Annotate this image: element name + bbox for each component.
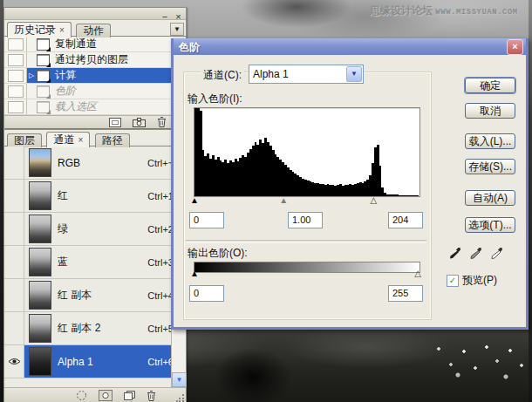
channel-name: 红 副本 [58,288,147,303]
channel-name: 蓝 [58,255,147,269]
tab-channels-label: 通道 [53,133,74,146]
preview-option: ✓ 预览(P) [447,273,497,288]
dialog-titlebar[interactable]: 色阶 × [174,38,526,55]
tab-history[interactable]: 历史记录× [7,22,72,37]
channel-thumbnail [29,181,51,210]
section-separator [186,240,426,243]
input-slider-track: ▲ ▲ △ [194,197,419,208]
tab-close-icon[interactable]: × [78,135,83,145]
channel-row[interactable]: 红 副本 Ctrl+4 [4,279,186,312]
background-flowers [432,338,532,384]
visibility-toggle[interactable] [4,146,24,179]
visibility-toggle[interactable] [4,345,24,378]
visibility-toggle[interactable] [4,180,24,212]
channel-label: 通道(C): [201,68,244,83]
visibility-toggle[interactable] [4,312,24,344]
ok-button[interactable]: 确定 [465,78,515,93]
black-point-eyedropper-icon[interactable] [449,247,461,262]
channel-name: RGB [58,157,147,169]
history-row[interactable]: 复制通道 [4,37,186,52]
channel-row[interactable]: 红 副本 2 Ctrl+5 [4,312,186,345]
dialog-title: 色阶 [179,40,200,55]
channel-row[interactable]: 蓝 Ctrl+3 [4,246,186,279]
channel-name: 红 副本 2 [58,321,147,336]
cancel-button[interactable]: 取消 [465,103,515,119]
tab-actions[interactable]: 动作 [76,24,111,37]
midtone-input-slider[interactable]: ▲ [279,195,288,206]
chevron-down-icon[interactable]: ▼ [346,66,362,82]
background-right-edge [529,0,532,402]
auto-button[interactable]: 自动(A) [465,190,515,206]
channel-dropdown[interactable]: Alpha 1 ▼ [249,65,364,84]
channel-thumbnail [29,215,51,243]
channel-list: RGB Ctrl+~ 红 Ctrl+1 绿 Ctrl+2 蓝 Ctrl+3 红 … [4,146,186,378]
visibility-toggle[interactable] [4,279,24,311]
shadow-input-slider[interactable]: ▲ [190,195,199,206]
channel-thumbnail [29,347,51,376]
channel-row[interactable]: RGB Ctrl+~ [4,146,186,180]
channel-thumbnail [29,281,51,310]
channel-row[interactable]: Alpha 1 Ctrl+6 [4,345,186,378]
tab-layers[interactable]: 图层 [7,133,42,147]
tab-close-icon[interactable]: × [59,25,65,35]
channel-row[interactable]: 红 Ctrl+1 [4,180,186,213]
shadow-output-slider[interactable]: ▲ [190,269,199,279]
channel-row[interactable]: 绿 Ctrl+2 [4,213,186,246]
channels-bottom-bar [4,387,186,402]
watermark-url: WWW.MISSYUAN.COM [435,8,517,17]
history-list: 复制通道 通过拷贝的图层 ▷ 计算 色阶 载入选区 [4,37,186,115]
input-highlight-field[interactable]: 204 [388,212,423,228]
history-state-label: 通过拷贝的图层 [55,52,128,67]
tab-history-label: 历史记录 [14,24,56,36]
scroll-down-icon[interactable]: ▼ [172,372,187,387]
visibility-toggle[interactable] [4,213,24,245]
output-levels-label: 输出色阶(O): [188,246,248,261]
white-point-eyedropper-icon[interactable] [491,247,503,262]
eye-icon [8,358,21,365]
history-source-checkbox[interactable] [4,68,27,83]
history-source-checkbox[interactable] [4,52,27,67]
options-button[interactable]: 选项(T)... [465,217,515,233]
delete-channel-trash-icon[interactable] [147,391,156,401]
channel-name: 红 [58,188,147,203]
tab-paths[interactable]: 路径 [95,133,130,147]
history-state-label: 色阶 [55,84,76,99]
history-source-checkbox[interactable] [4,37,27,51]
history-row[interactable]: 通过拷贝的图层 [4,52,186,68]
input-shadow-field[interactable]: 0 [189,212,224,228]
tab-layers-label: 图层 [14,134,35,146]
tab-channels[interactable]: 通道× [46,132,90,147]
history-row[interactable]: ▷ 计算 [4,68,186,84]
output-shadow-field[interactable]: 0 [189,285,224,302]
save-selection-as-channel-icon[interactable] [99,390,113,401]
gray-point-eyedropper-icon[interactable] [470,247,482,262]
highlight-input-slider[interactable]: △ [371,195,378,206]
dialog-close-icon[interactable]: × [507,39,523,55]
new-snapshot-camera-icon[interactable] [133,118,146,127]
preview-checkbox[interactable]: ✓ [447,275,459,287]
tab-paths-label: 路径 [102,134,123,146]
highlight-output-slider[interactable]: △ [414,269,421,279]
input-levels-label: 输入色阶(I): [188,92,242,106]
panel-resize-grip[interactable] [176,393,185,402]
load-button[interactable]: 载入(L)... [465,133,515,149]
new-channel-icon[interactable] [124,391,135,400]
input-midtone-field[interactable]: 1.00 [288,212,323,228]
preview-label: 预览(P) [462,273,497,288]
load-channel-as-selection-icon[interactable] [76,390,87,401]
visibility-toggle[interactable] [4,246,24,278]
history-state-label: 计算 [55,68,76,83]
history-row[interactable]: 色阶 [4,84,186,99]
history-row[interactable]: 载入选区 [4,99,186,115]
output-slider-track: ▲ △ [194,270,419,281]
channels-panel: 图层 通道× 路径 RGB Ctrl+~ 红 Ctrl+1 绿 Ctrl+2 [3,129,187,402]
new-document-from-state-icon[interactable] [109,118,121,127]
save-button[interactable]: 存储(S)... [465,159,515,174]
delete-trash-icon[interactable] [157,117,167,127]
output-highlight-field[interactable]: 255 [388,285,423,302]
channel-thumbnail [29,248,51,276]
history-source-checkbox[interactable] [4,99,27,114]
history-source-checkbox[interactable] [4,84,27,99]
panel-menu-icon[interactable]: ▼ [170,23,184,36]
history-state-label: 复制通道 [55,37,97,51]
